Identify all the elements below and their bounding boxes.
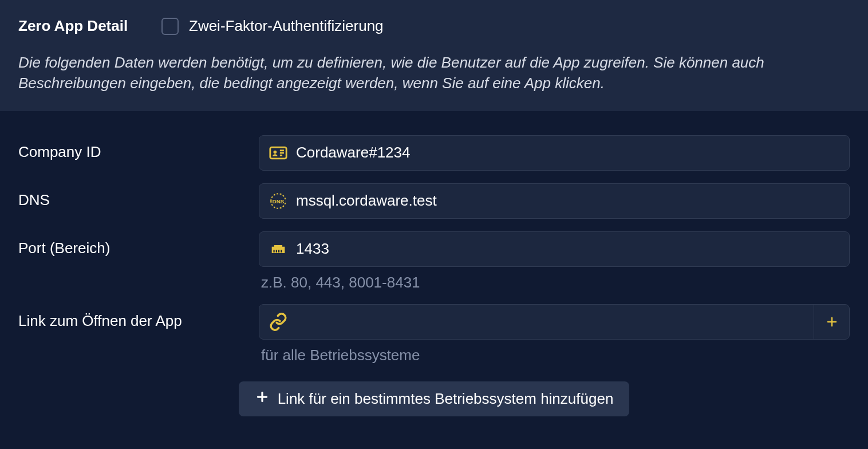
port-row: Port (Bereich) z.B. 80, 443, 8001-8431 — [18, 231, 850, 292]
svg-rect-8 — [278, 250, 279, 252]
two-factor-label: Zwei-Faktor-Authentifizierung — [189, 17, 384, 35]
link-icon — [269, 312, 288, 332]
plus-icon — [255, 389, 270, 408]
id-card-icon — [269, 143, 288, 163]
two-factor-checkbox[interactable] — [161, 18, 179, 35]
section-description: Die folgenden Daten werden benötigt, um … — [18, 52, 850, 94]
port-input-wrap[interactable] — [259, 231, 850, 267]
add-os-link-button[interactable]: Link für ein bestimmtes Betriebssystem h… — [239, 381, 630, 416]
open-link-input-col: für alle Betriebssysteme — [259, 304, 850, 364]
port-label: Port (Bereich) — [18, 231, 259, 257]
two-factor-checkbox-wrap: Zwei-Faktor-Authentifizierung — [161, 17, 384, 35]
svg-rect-7 — [276, 250, 277, 252]
port-input-col: z.B. 80, 443, 8001-8431 — [259, 231, 850, 292]
add-link-button[interactable] — [814, 305, 849, 339]
form-section: Company ID DNS — [0, 111, 868, 428]
company-id-label: Company ID — [18, 135, 259, 161]
dns-input-wrap[interactable]: DNS — [259, 183, 850, 219]
bottom-button-wrap: Link für ein bestimmtes Betriebssystem h… — [18, 381, 850, 416]
header-section: Zero App Detail Zwei-Faktor-Authentifizi… — [0, 0, 868, 111]
port-hint: z.B. 80, 443, 8001-8431 — [259, 274, 850, 292]
company-id-row: Company ID — [18, 135, 850, 171]
company-id-input-wrap[interactable] — [259, 135, 850, 171]
svg-rect-6 — [274, 250, 275, 252]
company-id-input-col — [259, 135, 850, 171]
dns-label: DNS — [18, 183, 259, 209]
section-title: Zero App Detail — [18, 17, 139, 35]
add-os-link-label: Link für ein bestimmtes Betriebssystem h… — [278, 390, 614, 408]
open-link-hint: für alle Betriebssysteme — [259, 346, 850, 364]
open-link-input[interactable] — [296, 313, 814, 330]
dns-row: DNS DNS — [18, 183, 850, 219]
open-link-row: Link zum Öffnen der App für alle B — [18, 304, 850, 364]
title-row: Zero App Detail Zwei-Faktor-Authentifizi… — [18, 17, 850, 35]
svg-text:DNS: DNS — [273, 198, 285, 204]
open-link-label: Link zum Öffnen der App — [18, 304, 259, 330]
dns-input-col: DNS — [259, 183, 850, 219]
svg-rect-9 — [281, 250, 282, 252]
dns-icon: DNS — [269, 191, 288, 211]
svg-point-1 — [274, 151, 277, 154]
dns-input[interactable] — [296, 192, 840, 210]
port-input[interactable] — [296, 240, 840, 258]
open-link-input-wrap[interactable] — [259, 304, 850, 340]
company-id-input[interactable] — [296, 144, 840, 162]
ethernet-icon — [269, 239, 288, 259]
